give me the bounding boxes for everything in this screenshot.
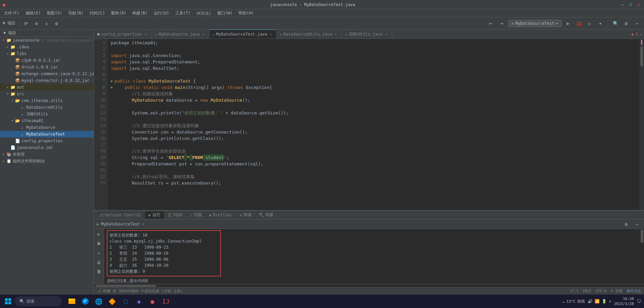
tab-close-config[interactable]: ×	[143, 32, 148, 37]
clear-button[interactable]: 🗑	[95, 268, 103, 275]
close-button[interactable]: ✕	[636, 2, 641, 7]
tab-build[interactable]: 🔨 构建	[256, 211, 277, 219]
tree-item-scratch[interactable]: ▶ 📋 临时文件和控制台	[0, 158, 94, 164]
sidebar-content[interactable]: ▼ 📁 javaconsole E:\IdeaProjects\javapro\…	[0, 37, 94, 295]
console-minimize-button[interactable]: —	[633, 220, 641, 228]
tree-item-libs[interactable]: ▼ 📁 libs	[0, 50, 94, 57]
tab-profiler[interactable]: ◈ Profiler	[206, 211, 236, 219]
rerun-button[interactable]: ▶	[95, 230, 103, 238]
tab-close-mydatasourcetest[interactable]: ×	[268, 32, 273, 37]
tray-icon-1[interactable]: 🔊	[588, 299, 593, 304]
tree-item-external-libs[interactable]: ▶ 📚 外部库	[0, 151, 94, 158]
menu-tools[interactable]: 工具(T)	[173, 10, 193, 17]
menu-refactor[interactable]: 重构(R)	[108, 10, 129, 17]
settings-button[interactable]: ⚙	[52, 19, 61, 28]
collapse-button[interactable]: ↕	[42, 19, 51, 28]
taskbar-clock[interactable]: 16:20 2023/3/28	[614, 296, 634, 306]
back-button[interactable]: ←	[487, 19, 495, 28]
menu-build[interactable]: 构建(B)	[130, 10, 150, 17]
scroll-end-button[interactable]: ↓	[95, 249, 103, 256]
tree-item-config-props[interactable]: 📄 config.properties	[0, 138, 94, 144]
taskbar-app-app7[interactable]: ●	[147, 296, 158, 307]
menu-code[interactable]: 代码(C)	[87, 10, 108, 17]
stop-button[interactable]: ⏹	[95, 240, 103, 247]
taskbar-app-app6[interactable]: ◆	[134, 296, 144, 307]
menu-file[interactable]: 文件(F)	[1, 10, 22, 17]
tab-todo[interactable]: ☰ TODO	[165, 211, 186, 219]
maximize-button[interactable]: ❐	[628, 2, 633, 7]
tree-item-mydatasourcetest[interactable]: ☕ MyDataSourceTest	[0, 131, 94, 138]
tab-version-control[interactable]: ⎇ Version Control	[95, 211, 144, 219]
run-arrow-7[interactable]: ▶	[111, 78, 113, 84]
tab-jdbcutils[interactable]: ☕ JDBCUtils.java ×	[342, 30, 392, 39]
menu-edit[interactable]: 编辑(E)	[23, 10, 44, 17]
start-button[interactable]	[3, 296, 13, 307]
event-log[interactable]: 事件日志	[627, 289, 641, 294]
tree-item-c3p0[interactable]: 📦 c3p0-0.9.5.2.jar	[0, 57, 94, 64]
cursor-position[interactable]: 17:1	[570, 289, 579, 293]
tree-item-mchange[interactable]: 📦 mchange-commons-java-0.2.12.jar	[0, 70, 94, 77]
tab-terminal[interactable]: ▸ 终端	[236, 211, 255, 219]
console-settings-button[interactable]: ⚙	[622, 220, 631, 228]
tab-datasourceutils[interactable]: ☕ DataSourceUtils.java ×	[277, 30, 342, 39]
console-output[interactable]: 使用之前的数量: 10 class com.mysql.cj.jdbc.Conn…	[104, 229, 640, 284]
tab-close-jdbcutils[interactable]: ×	[384, 32, 388, 37]
more-button[interactable]: ⋯	[633, 19, 641, 28]
tree-item-root[interactable]: ▼ 📁 javaconsole E:\IdeaProjects\javapro\…	[0, 37, 94, 44]
taskbar-app-explorer[interactable]	[66, 296, 77, 307]
tab-config-properties[interactable]: ■ config.properties ×	[94, 30, 152, 39]
taskbar-search[interactable]: 🔍 搜索	[15, 296, 62, 306]
run-config-selector[interactable]: ▶ MyDataSourceTest ▾	[508, 20, 562, 27]
taskbar-app-intellij[interactable]: IJ	[160, 296, 171, 307]
expand-editor-icon[interactable]: ⤢	[639, 32, 643, 37]
tab-mydatasourcetest[interactable]: ☕ MyDataSourceTest.java ×	[210, 30, 277, 39]
tree-item-src[interactable]: ▼ 📁 src	[0, 91, 94, 97]
menu-view[interactable]: 视图(V)	[44, 10, 65, 17]
taskbar-app-app3[interactable]: 🌐	[93, 296, 104, 307]
tab-close-datasourceutils[interactable]: ×	[333, 32, 338, 37]
forward-button[interactable]: →	[497, 19, 506, 28]
tree-item-mysql[interactable]: 📦 mysql-connector-j-8.0.32.jar	[0, 77, 94, 84]
tree-item-druid[interactable]: 📦 druid-1.0.9.jar	[0, 64, 94, 70]
taskbar-app-edge[interactable]	[80, 296, 91, 307]
console-scroll-thumb[interactable]	[641, 229, 643, 243]
tree-item-iml[interactable]: 📄 javaconsole.iml	[0, 144, 94, 151]
tree-item-datasource-utils[interactable]: ☕ DataSourceUtils	[0, 104, 94, 111]
print-button[interactable]: 🖨	[95, 258, 103, 266]
tree-item-jdbc-utils[interactable]: ☕ JDBCUtils	[0, 111, 94, 117]
tab-problems[interactable]: ⚠ 问题	[187, 211, 205, 219]
tree-item-out[interactable]: ▶ 📁 out	[0, 84, 94, 91]
tree-item-utils-pkg[interactable]: ▼ 📂 com.itheima.utils	[0, 97, 94, 104]
menu-vcs[interactable]: VCS(S)	[194, 10, 214, 16]
coverage-button[interactable]: ▷	[585, 19, 594, 28]
menu-help[interactable]: 帮助(H)	[236, 10, 257, 17]
search-everywhere-button[interactable]: 🔍	[611, 19, 620, 28]
indent[interactable]: 4 空格	[611, 289, 623, 294]
tree-item-idea[interactable]: ▶ 📁 .idea	[0, 44, 94, 50]
tree-item-itheima01-pkg[interactable]: ▼ 📂 itheima01	[0, 117, 94, 124]
run-button[interactable]: ▶	[564, 19, 572, 28]
menu-navigate[interactable]: 导航(N)	[65, 10, 86, 17]
tree-item-mydatasource[interactable]: ☕ MyDataSource	[0, 124, 94, 131]
code-content[interactable]: package itheima01; import java.sql.Conne…	[107, 39, 639, 210]
more-run-button[interactable]: ▾	[596, 19, 605, 28]
taskbar-app-app4[interactable]: 🔶	[107, 296, 118, 307]
minimize-button[interactable]: —	[620, 2, 625, 7]
notification-button[interactable]: 🗨	[637, 299, 641, 304]
tab-run[interactable]: ▶ 运行	[145, 211, 164, 219]
taskbar-app-vscode[interactable]: ⬡	[120, 296, 131, 307]
tray-icon-3[interactable]: 🔋	[602, 299, 607, 304]
debug-button[interactable]: 🐞	[574, 19, 583, 28]
console-hscroll-thumb[interactable]	[95, 285, 156, 287]
run-arrow-8[interactable]: ▶	[111, 84, 113, 91]
layout-button[interactable]: ≡	[32, 19, 41, 28]
menu-run[interactable]: 运行(U)	[151, 10, 172, 17]
sync-button[interactable]: ⟳	[22, 19, 31, 28]
tray-icon-2[interactable]: 📶	[595, 299, 600, 304]
encoding[interactable]: UTF-8	[596, 289, 607, 293]
tab-mydatasource[interactable]: ☕ MyDataSource.java ×	[152, 30, 210, 39]
tray-expand-icon[interactable]: ∧	[609, 299, 611, 304]
tab-close-mydatasource[interactable]: ×	[201, 32, 206, 37]
settings-gear-button[interactable]: ⚙	[622, 19, 631, 28]
menu-window[interactable]: 窗口(W)	[215, 10, 235, 17]
